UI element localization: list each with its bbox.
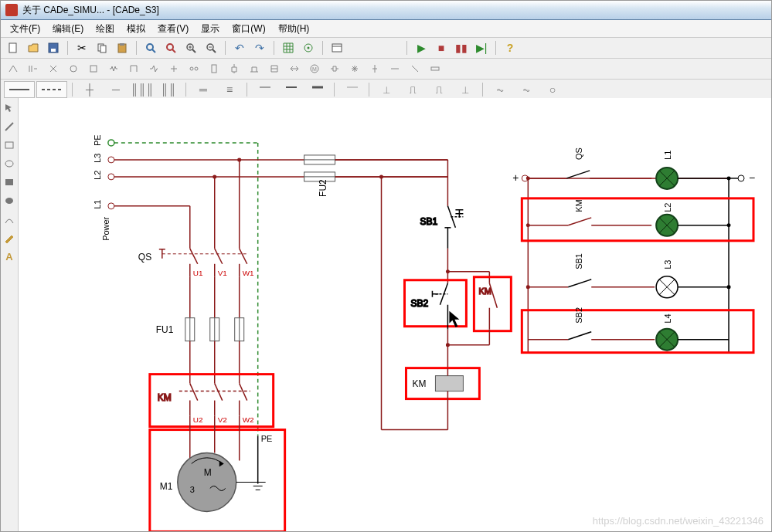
paste-button[interactable] — [113, 39, 131, 57]
tool-pen[interactable] — [2, 231, 16, 245]
tool-select[interactable] — [2, 101, 16, 115]
cap-4[interactable]: ⟂ — [453, 80, 478, 99]
pause-button[interactable]: ▮▮ — [452, 39, 471, 57]
line-a[interactable] — [339, 80, 364, 99]
button-SB2: SB2 — [410, 283, 447, 330]
snap-button[interactable] — [299, 39, 318, 57]
next-button[interactable]: ▶| — [472, 39, 491, 57]
highlight-KM-aux — [474, 277, 511, 331]
tool-ellipse[interactable] — [2, 157, 16, 171]
tool-line[interactable] — [2, 120, 16, 134]
ladder-right: + − QS L1 — [512, 147, 755, 353]
menu-file[interactable]: 文件(F) — [4, 21, 46, 37]
comp-7[interactable] — [124, 59, 143, 78]
zoom-out-button[interactable] — [202, 39, 220, 57]
svg-rect-177 — [522, 310, 753, 353]
comp-10[interactable] — [185, 59, 203, 78]
new-button[interactable] — [4, 39, 22, 57]
svg-rect-37 — [5, 142, 13, 148]
cap-2[interactable]: ⎍ — [400, 80, 425, 99]
comp-12[interactable] — [225, 59, 243, 78]
copy-button[interactable] — [93, 39, 111, 57]
cap-5[interactable]: ⏦ — [488, 80, 512, 99]
svg-line-162 — [568, 218, 591, 225]
comp-14[interactable] — [265, 59, 284, 78]
comp-20[interactable] — [386, 59, 404, 78]
comp-16[interactable]: M — [305, 59, 324, 78]
tool-text[interactable]: A — [2, 249, 16, 263]
comp-4[interactable] — [64, 59, 83, 78]
comp-2[interactable] — [24, 59, 43, 78]
menu-show[interactable]: 显示 — [195, 21, 226, 37]
junction-cross[interactable]: ┼ — [77, 80, 102, 99]
run-button[interactable]: ▶ — [412, 39, 430, 57]
comp-21[interactable] — [406, 59, 424, 78]
phase-3[interactable]: ║║║ — [130, 80, 155, 99]
line-med[interactable] — [278, 80, 303, 99]
svg-rect-4 — [100, 46, 106, 53]
junction-dot[interactable]: ─ — [104, 80, 128, 99]
svg-text:QS: QS — [574, 147, 583, 160]
menu-help[interactable]: 帮助(H) — [272, 21, 316, 37]
save-button[interactable] — [44, 39, 63, 57]
comp-3[interactable] — [44, 59, 63, 78]
comp-13[interactable] — [245, 59, 264, 78]
separator — [136, 41, 137, 55]
svg-line-171 — [568, 280, 591, 287]
undo-button[interactable]: ↶ — [230, 39, 249, 57]
comp-18[interactable] — [345, 59, 364, 78]
record-button[interactable]: ■ — [432, 39, 451, 57]
comp-11[interactable] — [205, 59, 223, 78]
menu-window[interactable]: 窗口(W) — [226, 21, 271, 37]
toolbar-main: ✂ ↶ ↷ ▶ ■ ▮▮ ▶| ? — [1, 38, 771, 59]
comp-15[interactable] — [285, 59, 304, 78]
hline-2[interactable]: ≡ — [217, 80, 242, 99]
svg-text:SB1: SB1 — [420, 216, 437, 227]
menu-edit[interactable]: 编辑(E) — [46, 21, 90, 37]
cut-button[interactable]: ✂ — [73, 39, 91, 57]
svg-rect-23 — [90, 66, 97, 72]
comp-6[interactable] — [104, 59, 123, 78]
tool-curve[interactable] — [2, 212, 16, 226]
cap-6[interactable]: ⏦ — [514, 80, 539, 99]
open-button[interactable] — [24, 39, 43, 57]
comp-9[interactable] — [165, 59, 183, 78]
comp-17[interactable] — [325, 59, 344, 78]
find2-button[interactable] — [162, 39, 180, 57]
svg-text:SB2: SB2 — [574, 307, 583, 324]
grid-button[interactable] — [279, 39, 298, 57]
svg-point-51 — [108, 174, 114, 180]
line-thin[interactable] — [252, 80, 277, 99]
comp-19[interactable] — [366, 59, 384, 78]
comp-5[interactable] — [84, 59, 103, 78]
cap-7[interactable]: ○ — [540, 80, 565, 99]
line-style-solid[interactable] — [4, 81, 35, 98]
hline-1[interactable]: ═ — [191, 80, 216, 99]
comp-8[interactable] — [145, 59, 163, 78]
cap-1[interactable]: ⟂ — [374, 80, 399, 99]
menu-draw[interactable]: 绘图 — [90, 21, 121, 37]
cap-3[interactable]: ⎍ — [427, 80, 451, 99]
line-thick[interactable] — [304, 80, 329, 99]
line-style-dash[interactable] — [36, 81, 67, 98]
tool-fillellipse[interactable] — [2, 194, 16, 208]
phase-2[interactable]: ║║ — [156, 80, 181, 99]
comp-1[interactable] — [4, 59, 22, 78]
svg-text:QS: QS — [138, 252, 151, 263]
tool-fillrect[interactable] — [2, 175, 16, 189]
find-button[interactable] — [141, 39, 160, 57]
menu-view[interactable]: 查看(V) — [151, 21, 195, 37]
help-button[interactable]: ? — [501, 39, 519, 57]
svg-rect-158 — [522, 198, 753, 241]
tool-rect[interactable] — [2, 138, 16, 152]
panel-button[interactable] — [328, 39, 346, 57]
separator — [72, 83, 73, 97]
menu-sim[interactable]: 模拟 — [121, 21, 151, 37]
svg-rect-136 — [435, 376, 463, 391]
svg-text:U1: U1 — [193, 269, 203, 277]
canvas-area[interactable]: PE L3 L2 L1 Power — [19, 98, 771, 531]
zoom-in-button[interactable] — [182, 39, 200, 57]
redo-button[interactable]: ↷ — [250, 39, 269, 57]
comp-22[interactable] — [426, 59, 444, 78]
help-icon: ? — [507, 42, 514, 53]
